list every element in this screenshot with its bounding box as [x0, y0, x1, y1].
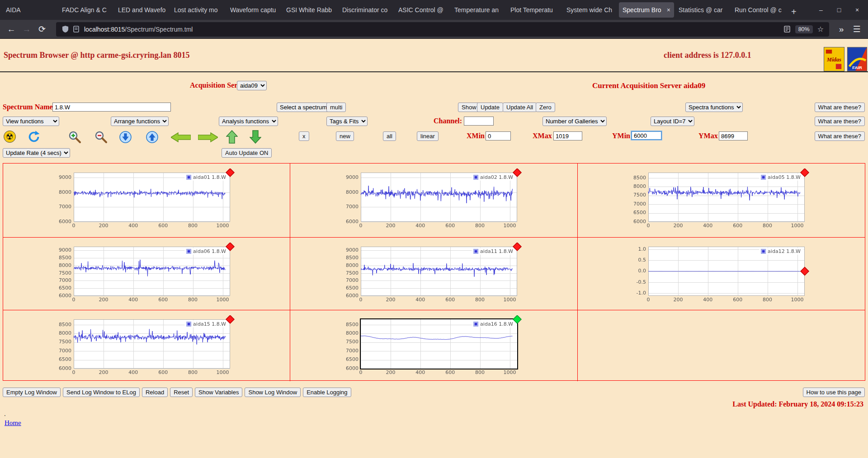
url-bar[interactable]: localhost:8015/Spectrum/Spectrum.tml 80%…	[56, 22, 829, 37]
site-info-icon[interactable]	[73, 26, 79, 33]
enable-logging-button[interactable]: Enable Logging	[303, 388, 351, 397]
xmax-input[interactable]	[553, 131, 582, 140]
browser-tab-discriminator-co[interactable]: Discriminator co	[339, 2, 394, 18]
zoom-level-badge[interactable]: 80%	[795, 25, 813, 33]
browser-tab-aida[interactable]: AIDA	[2, 2, 57, 18]
number-of-galleries-dropdown[interactable]: Number of Galleries	[542, 117, 607, 126]
browser-tab-statistics-car[interactable]: Statistics @ car	[675, 2, 730, 18]
spectrum-cell-aida02[interactable]	[290, 164, 577, 238]
browser-tab-lost-activity-mo[interactable]: Lost activity mo	[170, 2, 226, 18]
forward-icon[interactable]: →	[19, 23, 34, 36]
tab-label: Discriminator co	[342, 6, 390, 14]
autoscale-up-icon[interactable]	[146, 131, 158, 143]
maximize-icon[interactable]: □	[830, 0, 848, 20]
browser-tab-gsi-white-rabb[interactable]: GSI White Rabb	[283, 2, 338, 18]
overflow-menu-icon[interactable]: »	[834, 23, 849, 36]
reload-icon[interactable]: ⟳	[34, 23, 50, 36]
shield-icon[interactable]	[62, 25, 69, 33]
what-are-these-button-2[interactable]: What are these?	[815, 117, 865, 126]
tags-fits-dropdown[interactable]: Tags & Fits	[326, 117, 368, 126]
what-are-these-button-1[interactable]: What are these?	[815, 103, 865, 112]
arrow-right-icon[interactable]	[198, 132, 218, 142]
spectrum-cell-aida05[interactable]	[578, 164, 865, 238]
spectrum-cell-aida01[interactable]	[3, 164, 290, 238]
browser-tab-run-control-c[interactable]: Run Control @ c	[731, 2, 786, 18]
browser-tab-system-wide-ch[interactable]: System wide Ch	[563, 2, 618, 18]
empty-log-window-button[interactable]: Empty Log Window	[3, 388, 61, 397]
zoom-out-icon[interactable]	[94, 130, 108, 144]
home-link[interactable]: Home	[5, 419, 21, 427]
xmin-label: XMin	[467, 132, 485, 140]
browser-tab-led-and-wavefo[interactable]: LED and Wavefo	[114, 2, 170, 18]
update-all-button[interactable]: Update All	[503, 103, 537, 112]
spectrum-cell-aida15[interactable]	[3, 310, 290, 381]
how-to-use-button[interactable]: How to use this page	[803, 388, 865, 397]
spectrum-chart-aida01[interactable]	[57, 168, 236, 233]
hamburger-menu-icon[interactable]: ☰	[849, 23, 864, 36]
spectrum-cell-aida16[interactable]	[290, 310, 577, 381]
spectrum-chart-aida12[interactable]	[632, 243, 810, 307]
ymin-input[interactable]	[631, 131, 662, 140]
tab-label: Waveform captu	[230, 6, 278, 14]
browser-tab-spectrum-bro[interactable]: Spectrum Bro×	[619, 2, 674, 18]
bookmark-star-icon[interactable]: ☆	[817, 25, 824, 33]
spectrum-chart-aida02[interactable]	[344, 168, 523, 233]
acquisition-server-select[interactable]: aida09	[237, 81, 267, 90]
spectrum-chart-aida06[interactable]	[57, 243, 236, 307]
spectrum-cell-aida11[interactable]	[290, 238, 577, 310]
ymax-input[interactable]	[719, 131, 748, 140]
zoom-in-icon[interactable]	[68, 130, 81, 144]
spectrum-chart-aida16[interactable]	[344, 315, 523, 379]
spectrum-cell-aida12[interactable]	[578, 238, 865, 310]
reader-mode-icon[interactable]	[784, 26, 790, 33]
minimize-icon[interactable]: –	[812, 0, 830, 20]
tab-label: ASIC Control @	[398, 6, 446, 14]
show-variables-button[interactable]: Show Variables	[195, 388, 242, 397]
reload-button[interactable]: Reload	[142, 388, 168, 397]
arrow-down-icon[interactable]	[250, 130, 261, 144]
spectra-functions-dropdown[interactable]: Spectra functions	[685, 103, 743, 112]
spectrum-chart-aida05[interactable]	[632, 168, 810, 233]
auto-update-button[interactable]: Auto Update ON	[222, 148, 272, 158]
tab-close-icon[interactable]: ×	[667, 6, 670, 14]
arrow-up-icon[interactable]	[226, 130, 238, 144]
reset-button[interactable]: Reset	[170, 388, 193, 397]
url-text[interactable]: localhost:8015/Spectrum/Spectrum.tml	[84, 26, 782, 33]
zero-button[interactable]: Zero	[536, 103, 555, 112]
browser-tab-waveform-captu[interactable]: Waveform captu	[226, 2, 282, 18]
send-log-window-to-elog-button[interactable]: Send Log Window to ELog	[63, 388, 140, 397]
update-rate-dropdown[interactable]: Update Rate (4 secs)	[3, 148, 70, 158]
multi-button[interactable]: multi	[326, 103, 346, 112]
linear-button[interactable]: linear	[417, 131, 439, 141]
all-button[interactable]: all	[383, 131, 396, 141]
back-icon[interactable]: ←	[4, 23, 19, 36]
update-button[interactable]: Update	[477, 103, 503, 112]
new-tab-button[interactable]: +	[787, 7, 801, 20]
layout-id-dropdown[interactable]: Layout ID=7	[651, 117, 694, 126]
channel-input[interactable]	[464, 117, 494, 126]
browser-tab-fadc-align-c[interactable]: FADC Align & C	[58, 2, 113, 18]
spectrum-chart-aida15[interactable]	[57, 315, 236, 379]
browser-tab-temperature-an[interactable]: Temperature an	[451, 2, 506, 18]
browser-chrome: AIDAFADC Align & CLED and WavefoLost act…	[0, 0, 868, 39]
browser-tab-plot-temperatu[interactable]: Plot Temperatu	[507, 2, 562, 18]
log-window-buttons: Empty Log WindowSend Log Window to ELogR…	[3, 388, 351, 397]
radiation-icon[interactable]: ☢	[4, 131, 16, 143]
analysis-functions-dropdown[interactable]: Analysis functions	[219, 117, 278, 126]
autoscale-down-icon[interactable]	[119, 131, 132, 143]
arrange-functions-dropdown[interactable]: Arrange functions	[111, 117, 169, 126]
view-functions-dropdown[interactable]: View functions	[3, 117, 59, 126]
what-are-these-button-3[interactable]: What are these?	[815, 131, 865, 141]
spectrum-cell-aida06[interactable]	[3, 238, 290, 310]
new-button[interactable]: new	[336, 131, 354, 141]
refresh-icon[interactable]	[27, 130, 41, 144]
show-log-window-button[interactable]: Show Log Window	[245, 388, 301, 397]
window-controls: – □ ×	[812, 0, 866, 20]
xmin-input[interactable]	[486, 131, 511, 140]
x-button[interactable]: x	[299, 131, 309, 141]
arrow-left-icon[interactable]	[171, 132, 191, 142]
close-window-icon[interactable]: ×	[848, 0, 866, 20]
spectrum-name-input[interactable]	[52, 103, 171, 112]
browser-tab-asic-control[interactable]: ASIC Control @	[395, 2, 450, 18]
spectrum-chart-aida11[interactable]	[344, 243, 523, 307]
